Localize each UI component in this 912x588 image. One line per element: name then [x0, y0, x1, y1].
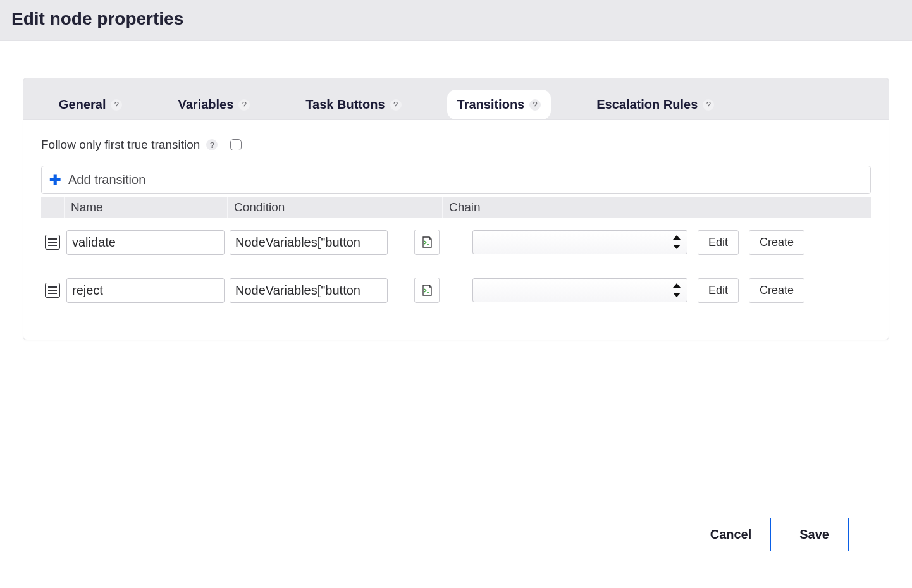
- dialog-content: General ? Variables ? Task Buttons ? Tra…: [0, 41, 912, 340]
- table-row: Edit Create: [41, 266, 871, 314]
- cancel-button[interactable]: Cancel: [691, 518, 772, 551]
- chain-select[interactable]: [472, 278, 687, 302]
- follow-first-true-checkbox[interactable]: [230, 139, 242, 150]
- follow-first-true-row: Follow only first true transition ?: [41, 138, 871, 152]
- help-icon[interactable]: ?: [206, 139, 218, 150]
- expression-editor-button[interactable]: [414, 230, 440, 255]
- transitions-table: Name Condition Chain: [41, 197, 871, 314]
- transition-name-input[interactable]: [66, 278, 225, 303]
- add-transition-button[interactable]: ✚ Add transition: [41, 166, 871, 194]
- edit-chain-button[interactable]: Edit: [698, 230, 739, 255]
- create-chain-button[interactable]: Create: [749, 230, 804, 255]
- transition-condition-input[interactable]: [230, 278, 388, 303]
- col-chain-header: Chain: [442, 197, 871, 218]
- dialog-title: Edit node properties: [11, 9, 901, 29]
- help-icon[interactable]: ?: [111, 99, 122, 111]
- script-icon: [421, 284, 433, 297]
- table-row: Edit Create: [41, 218, 871, 266]
- create-chain-button[interactable]: Create: [749, 278, 804, 303]
- table-header: Name Condition Chain: [41, 197, 871, 218]
- drag-handle-icon[interactable]: [45, 283, 60, 298]
- help-icon[interactable]: ?: [529, 99, 541, 111]
- tab-escalation-rules[interactable]: Escalation Rules ?: [586, 90, 724, 119]
- help-icon[interactable]: ?: [703, 99, 714, 111]
- tab-label: Escalation Rules: [596, 97, 698, 112]
- tab-label: Task Buttons: [305, 97, 385, 112]
- tab-label: Variables: [178, 97, 233, 112]
- follow-first-true-label: Follow only first true transition: [41, 138, 200, 152]
- help-icon[interactable]: ?: [390, 99, 402, 111]
- script-icon: [421, 236, 433, 248]
- expression-editor-button[interactable]: [414, 278, 440, 303]
- dialog-header: Edit node properties: [0, 0, 912, 41]
- tab-label: General: [59, 97, 106, 112]
- transition-name-input[interactable]: [66, 230, 225, 255]
- save-button[interactable]: Save: [780, 518, 849, 551]
- dialog-footer: Cancel Save: [691, 518, 849, 551]
- transition-condition-input[interactable]: [230, 230, 388, 255]
- tab-transitions[interactable]: Transitions ?: [447, 90, 552, 119]
- col-name-header: Name: [64, 197, 227, 218]
- edit-chain-button[interactable]: Edit: [698, 278, 739, 303]
- tab-variables[interactable]: Variables ?: [168, 90, 260, 119]
- tab-label: Transitions: [457, 97, 525, 112]
- add-transition-label: Add transition: [68, 173, 145, 187]
- tab-task-buttons[interactable]: Task Buttons ?: [295, 90, 411, 119]
- col-condition-header: Condition: [227, 197, 442, 218]
- plus-icon: ✚: [49, 173, 61, 187]
- drag-handle-icon[interactable]: [45, 235, 60, 250]
- chain-select[interactable]: [472, 230, 687, 254]
- transitions-panel: Follow only first true transition ? ✚ Ad…: [23, 119, 889, 340]
- tab-general[interactable]: General ?: [49, 90, 132, 119]
- tab-bar: General ? Variables ? Task Buttons ? Tra…: [23, 78, 889, 119]
- help-icon[interactable]: ?: [238, 99, 250, 111]
